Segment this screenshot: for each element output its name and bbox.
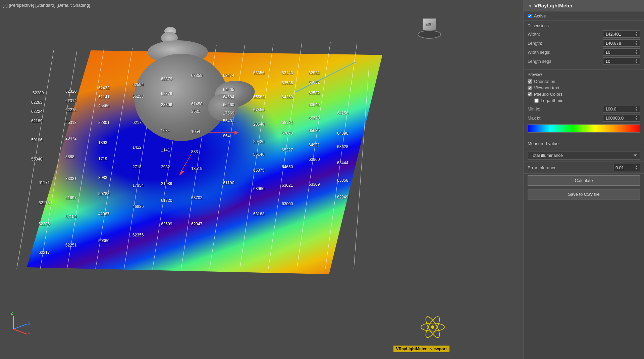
logarithmic-label: Logarithmic [541,98,563,103]
orientation-checkbox[interactable] [528,79,532,84]
viewport-header-label: [+] [Perspective] [Standard] [Default Sh… [3,3,90,8]
width-label: Width: [528,32,540,37]
illuminance-dropdown-row: Total illuminance [524,149,644,162]
error-tolerance-row: Error tolerance: 0.01 ▲ ▼ [524,162,644,174]
measurement-number: 59196 [31,138,42,142]
width-segs-spinner[interactable]: ▲ ▼ [635,49,638,55]
width-segs-value: 10 [605,50,610,55]
save-csv-button[interactable]: Save to CSV file [528,189,640,199]
length-row: Length: 140.678 ▲ ▼ [528,39,640,47]
viewport-area: [+] [Perspective] [Standard] [Default Sh… [0,0,523,359]
width-value: 142.401 [605,32,621,37]
active-label: Active [534,13,546,18]
max-lx-spinner[interactable]: ▲ ▼ [635,115,638,121]
width-spinner[interactable]: ▲ ▼ [635,31,638,37]
heatmap-plane [27,50,382,279]
min-lx-down-arrow[interactable]: ▼ [635,109,638,111]
orientation-label: Orientation [534,79,555,84]
viewport-text-label: Viewport text [534,85,559,90]
dimensions-section: Dimensions Width: 142.401 ▲ ▼ Length: 14… [524,21,644,70]
svg-point-27 [431,325,434,329]
min-lx-value: 100.0 [605,106,616,111]
active-section: Active [524,11,644,21]
error-tolerance-label: Error tolerance: [528,165,558,170]
max-lx-row: Max lx: 100000.0 ▲ ▼ [528,114,640,122]
logarithmic-row: Logarithmic [534,98,640,103]
length-value: 140.678 [605,41,621,46]
panel-header: ◄ VRayLightMeter [524,0,644,11]
vray-atom-icon [419,314,446,341]
cube-ring [418,30,441,39]
length-segs-row: Length segs: 10 ▲ ▼ [528,57,640,65]
length-spinner[interactable]: ▲ ▼ [635,40,638,46]
measurement-number: 55340 [31,157,42,162]
measurement-number: 62320 [65,89,76,94]
max-lx-label: Max lx: [528,116,541,121]
viewport-text-row: Viewport text [528,85,640,90]
min-lx-row: Min lx: 100.0 ▲ ▼ [528,105,640,113]
min-lx-label: Min lx: [528,106,540,111]
svg-text:Z: Z [11,311,13,315]
width-down-arrow[interactable]: ▼ [635,34,638,37]
length-label: Length: [528,41,542,46]
measured-value-label: Measured value [524,138,644,149]
width-segs-down-arrow[interactable]: ▼ [635,52,638,55]
pseudo-colors-checkbox[interactable] [528,92,532,96]
teapot-knob [161,32,178,44]
length-segs-value: 10 [605,59,610,64]
length-segs-spinner[interactable]: ▲ ▼ [635,58,638,64]
active-checkbox[interactable] [528,14,532,18]
measurement-number: 62189 [31,119,42,123]
error-down-arrow[interactable]: ▼ [635,168,638,170]
max-lx-value: 100000.0 [605,116,624,121]
logarithmic-checkbox[interactable] [534,98,539,103]
width-segs-input[interactable]: 10 ▲ ▼ [603,48,640,56]
panel-collapse-icon[interactable]: ◄ [528,3,532,8]
svg-line-13 [13,324,27,329]
width-segs-row: Width segs: 10 ▲ ▼ [528,48,640,56]
min-lx-spinner[interactable]: ▲ ▼ [635,106,638,111]
max-lx-input[interactable]: 100000.0 ▲ ▼ [603,114,640,122]
illuminance-dropdown[interactable]: Total illuminance [528,151,640,160]
panel-title: VRayLightMeter [534,3,573,8]
measurement-number: 62314 [65,98,76,103]
preview-title: Preview [528,72,640,77]
width-input[interactable]: 142.401 ▲ ▼ [603,30,640,38]
pseudo-colors-row: Pseudo Colors [528,92,640,97]
svg-text:X: X [28,322,31,326]
width-row: Width: 142.401 ▲ ▼ [528,30,640,38]
teapot-knob-top [164,27,176,35]
length-input[interactable]: 140.678 ▲ ▼ [603,39,640,47]
viewport-object-label: VRayLightMeter - viewport [393,346,449,352]
measurement-number: 61171 [39,180,50,185]
viewport-text-checkbox[interactable] [528,86,532,90]
length-segs-label: Length segs: [528,59,552,64]
measurement-number: 62289 [33,91,44,95]
svg-line-14 [13,329,27,334]
properties-panel: ◄ VRayLightMeter Active Dimensions Width… [523,0,644,359]
measurement-number: 62263 [31,100,42,105]
calculate-button[interactable]: Calculate [528,175,640,186]
svg-text:Y: Y [28,332,31,336]
error-tolerance-value: 0.01 [615,165,624,170]
error-tolerance-spinner[interactable]: ▲ ▼ [635,165,638,170]
length-segs-down-arrow[interactable]: ▼ [635,61,638,64]
color-gradient-bar [528,124,640,133]
cube-orientation-indicator[interactable]: EDIT [416,17,443,44]
length-down-arrow[interactable]: ▼ [635,43,638,46]
dimensions-title: Dimensions [528,24,640,28]
error-tolerance-input[interactable]: 0.01 ▲ ▼ [613,164,640,171]
measurement-number: 62224 [31,109,42,114]
cube-box: EDIT [423,18,436,30]
min-lx-input[interactable]: 100.0 ▲ ▼ [603,105,640,113]
orientation-row: Orientation [528,79,640,84]
length-segs-input[interactable]: 10 ▲ ▼ [603,57,640,65]
width-segs-label: Width segs: [528,50,550,55]
max-lx-down-arrow[interactable]: ▼ [635,118,638,121]
pseudo-colors-label: Pseudo Colors [534,92,562,97]
preview-section: Preview Orientation Viewport text Pseudo… [524,70,644,138]
